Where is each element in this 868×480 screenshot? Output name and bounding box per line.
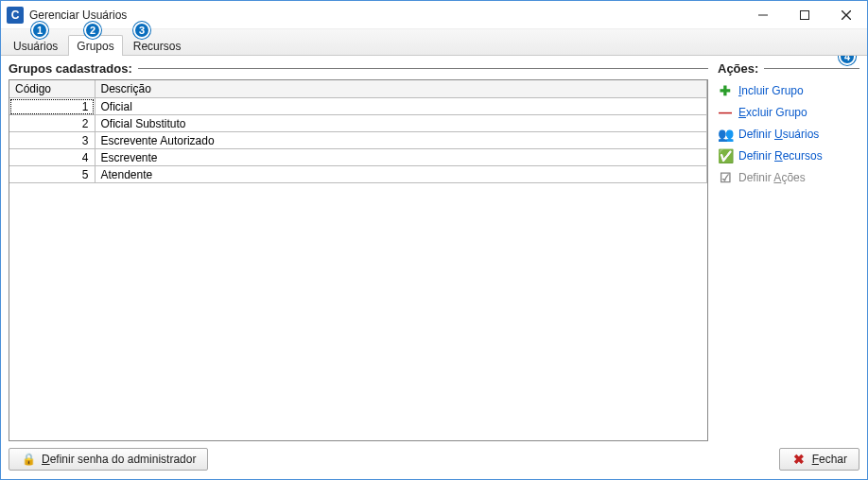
close-button[interactable] [825,1,867,29]
cell-descricao[interactable]: Oficial [95,98,707,115]
grid[interactable]: Código Descrição 1Oficial2Oficial Substi… [9,79,708,441]
close-icon [842,10,851,20]
table-row[interactable]: 3Escrevente Autorizado [9,132,707,149]
action-label: Definir Ações [738,171,806,184]
action-label: Incluir Grupo [738,84,804,97]
window: C Gerenciar Usuários 1 2 3 Usuários Grup… [0,0,868,480]
action-label: Excluir Grupo [738,106,807,119]
rule [764,68,859,69]
minimize-icon [758,10,768,20]
col-descricao[interactable]: Descrição [95,80,707,98]
bottombar: Definir senha do administrador ✖ Fechar [1,445,867,479]
callout-1: 1 [31,22,48,39]
left-panel: Grupos cadastrados: Código Descrição 1Of… [9,61,708,441]
admin-password-button[interactable]: Definir senha do administrador [9,448,208,471]
checklist-icon: ✅ [718,148,733,163]
table-row[interactable]: 4Escrevente [9,149,707,166]
tab-grupos-label: Grupos [77,40,113,53]
close-x-icon: ✖ [791,452,807,467]
lock-icon [21,452,36,467]
cell-codigo[interactable]: 5 [9,166,95,183]
minus-icon: — [718,105,733,120]
action-label: Definir Usuários [738,128,819,141]
callout-3: 3 [133,22,150,39]
cell-descricao[interactable]: Atendente [95,166,707,183]
actions-header: Ações: [718,61,859,76]
action-link[interactable]: 👥Definir Usuários [718,127,859,142]
action-label: Definir Recursos [738,149,823,163]
table-row[interactable]: 1Oficial [9,98,707,115]
window-controls [742,1,867,29]
titlebar: C Gerenciar Usuários [1,1,867,29]
admin-password-label: Definir senha do administrador [42,453,196,466]
tab-recursos-label: Recursos [133,40,182,53]
cell-codigo[interactable]: 3 [9,132,95,149]
checklist-grey-icon: ☑ [718,170,733,185]
action-link[interactable]: —Excluir Grupo [718,105,859,120]
callout-2: 2 [84,22,101,39]
cell-codigo[interactable]: 4 [9,149,95,166]
cell-descricao[interactable]: Escrevente Autorizado [95,132,707,149]
tab-usuarios-label: Usuários [13,40,58,53]
app-icon: C [7,7,24,24]
content: Grupos cadastrados: Código Descrição 1Of… [1,56,867,445]
user-icon: 👥 [718,127,733,142]
table-row[interactable]: 2Oficial Substituto [9,115,707,132]
svg-rect-1 [801,10,809,19]
minimize-button[interactable] [742,1,784,29]
maximize-icon [800,10,809,20]
cell-descricao[interactable]: Escrevente [95,149,707,166]
action-link: ☑Definir Ações [718,170,859,185]
maximize-button[interactable] [784,1,825,29]
cell-codigo[interactable]: 2 [9,115,95,132]
tab-strip: 1 2 3 Usuários Grupos Recursos [1,29,867,56]
right-panel: 4 Ações: ✚Incluir Grupo—Excluir Grupo👥De… [718,61,859,441]
cell-descricao[interactable]: Oficial Substituto [95,115,707,132]
col-codigo[interactable]: Código [9,80,95,98]
cell-codigo[interactable]: 1 [9,98,95,115]
rule [138,68,708,69]
plus-icon: ✚ [718,83,733,98]
table-row[interactable]: 5Atendente [9,166,707,183]
action-link[interactable]: ✚Incluir Grupo [718,83,859,98]
window-title: Gerenciar Usuários [29,9,742,22]
actions-list: ✚Incluir Grupo—Excluir Grupo👥Definir Usu… [718,83,859,185]
close-dialog-button[interactable]: ✖ Fechar [779,448,859,471]
close-dialog-label: Fechar [812,453,847,466]
action-link[interactable]: ✅Definir Recursos [718,148,859,163]
grid-header-label: Grupos cadastrados: [9,61,132,76]
grid-header: Grupos cadastrados: [9,61,708,76]
tab-recursos[interactable]: Recursos [125,35,190,56]
actions-header-label: Ações: [718,61,758,76]
